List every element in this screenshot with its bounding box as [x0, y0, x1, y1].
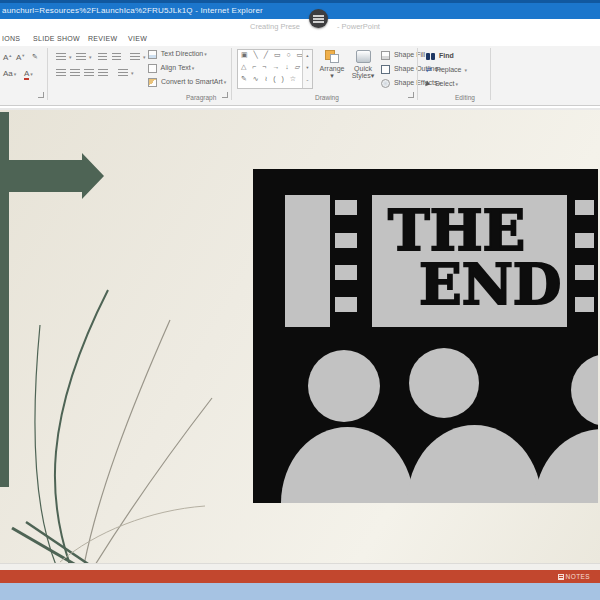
find-icon — [426, 53, 435, 60]
audience-head — [571, 354, 598, 426]
select-button[interactable]: Select▾ — [426, 80, 458, 87]
shapes-gallery[interactable]: ▣ ╲ ╱ ▭ ○ ▭ △ ⌐ ¬ → ↓ ▱ ✎ ∿ ≀ ( ) ☆ ▴ ▾ … — [237, 49, 313, 89]
bullets-button[interactable]: ▾ — [56, 53, 72, 61]
font-dialog-launcher-icon[interactable] — [38, 92, 44, 98]
drawing-dialog-launcher-icon[interactable] — [408, 92, 414, 98]
status-bar: NOTES — [0, 570, 600, 583]
convert-to-smartart-button[interactable]: Convert to SmartArt▾ — [148, 78, 226, 87]
audience-body — [407, 425, 542, 503]
tab-view[interactable]: VIEW — [128, 35, 147, 42]
increase-indent-icon[interactable] — [112, 53, 123, 61]
app-name: - PowerPoint — [337, 22, 380, 31]
movie-screen: THE END — [372, 195, 567, 327]
hamburger-menu-icon[interactable] — [309, 9, 328, 28]
shape-effects-icon — [381, 79, 390, 88]
the-text: THE — [388, 209, 525, 252]
slide-canvas[interactable]: THE END — [0, 108, 600, 563]
align-text-button[interactable]: Align Text▾ — [148, 64, 194, 73]
filmstrip-left-frame — [285, 195, 330, 327]
ie-titlebar: aunchurl=Resources%2FLaunchIca%2FRU5JLk1… — [0, 0, 600, 19]
justify-icon[interactable] — [98, 69, 110, 77]
text-direction-button[interactable]: Text Direction▾ — [148, 50, 207, 59]
grow-font-button[interactable]: A▲ — [3, 53, 12, 62]
shapes-row-2[interactable]: △ ⌐ ¬ → ↓ ▱ — [241, 63, 302, 71]
replace-button[interactable]: ⇄ Replace ▾ — [426, 66, 467, 74]
tab-review[interactable]: REVIEW — [88, 35, 117, 42]
paragraph-group-label: Paragraph — [186, 94, 216, 101]
change-case-button[interactable]: Aa▾ — [3, 69, 16, 78]
window-title: aunchurl=Resources%2FLaunchIca%2FRU5JLk1… — [2, 6, 263, 15]
quick-styles-button[interactable]: Quick Styles▾ — [347, 50, 379, 80]
editing-group-label: Editing — [455, 94, 475, 101]
cross-arrow-arm — [0, 153, 104, 199]
paragraph-dialog-launcher-icon[interactable] — [222, 92, 228, 98]
audience-body — [535, 429, 598, 503]
audience-head — [308, 350, 380, 422]
align-text-icon — [148, 64, 157, 73]
numbering-button[interactable]: ▾ — [76, 53, 92, 61]
find-button[interactable]: Find — [426, 52, 454, 60]
powerpoint-titlebar: Creating Prese - PowerPoint — [0, 19, 600, 33]
sprocket-hole — [335, 297, 357, 312]
workspace-bottom-gap — [0, 563, 600, 570]
tab-slide-show[interactable]: SLIDE SHOW — [33, 35, 80, 42]
shape-fill-button[interactable]: Shape Fill▾ — [381, 51, 429, 60]
notes-button[interactable]: NOTES — [558, 573, 590, 580]
shapes-gallery-scrollbar[interactable]: ▴ ▾ ⌄ — [302, 50, 312, 88]
ribbon-tab-row: IONS SLIDE SHOW REVIEW VIEW — [0, 33, 600, 46]
quick-styles-icon — [356, 50, 371, 63]
align-center-icon[interactable] — [70, 69, 82, 77]
align-right-icon[interactable] — [84, 69, 96, 77]
shrink-font-button[interactable]: A▼ — [16, 53, 25, 62]
audience-head — [409, 348, 479, 418]
select-icon — [425, 81, 431, 88]
drawing-group-label: Drawing — [315, 94, 339, 101]
sprocket-hole — [575, 200, 594, 215]
text-direction-icon — [148, 50, 157, 59]
decrease-indent-icon[interactable] — [98, 53, 109, 61]
sprocket-hole — [335, 233, 357, 248]
sprocket-hole — [335, 200, 357, 215]
shapes-row-3[interactable]: ✎ ∿ ≀ ( ) ☆ — [241, 75, 298, 83]
sprocket-hole — [575, 265, 594, 280]
audience-body — [281, 427, 414, 503]
document-title: Creating Prese — [250, 22, 300, 31]
clear-formatting-icon[interactable]: ✎ — [32, 53, 38, 61]
shape-fill-icon — [381, 51, 390, 60]
ie-window: aunchurl=Resources%2FLaunchIca%2FRU5JLk1… — [0, 0, 600, 600]
line-spacing-button[interactable]: ▾ — [130, 53, 146, 61]
shapes-row-1[interactable]: ▣ ╲ ╱ ▭ ○ ▭ — [241, 51, 305, 59]
arrange-button[interactable]: Arrange▾ — [316, 50, 348, 80]
sprocket-hole — [335, 265, 357, 280]
font-color-button[interactable]: A▾ — [24, 69, 33, 78]
tab-transitions-partial[interactable]: IONS — [2, 35, 20, 42]
sprocket-hole — [575, 233, 594, 248]
end-text: END — [419, 263, 561, 306]
arrange-icon — [325, 50, 339, 63]
columns-button[interactable]: ▾ — [118, 69, 134, 77]
replace-icon: ⇄ — [426, 66, 432, 73]
the-end-clipart[interactable]: THE END — [253, 169, 598, 503]
shape-outline-icon — [381, 65, 390, 74]
align-left-icon[interactable] — [56, 69, 68, 77]
notes-icon — [558, 574, 564, 580]
smartart-icon — [148, 78, 157, 87]
sprocket-hole — [575, 297, 594, 312]
desktop-strip — [0, 583, 600, 600]
ribbon: A▲ A▼ ✎ Aa▾ A▾ ▾ ▾ ▾ ▾ Text Direction▾ A… — [0, 46, 600, 106]
